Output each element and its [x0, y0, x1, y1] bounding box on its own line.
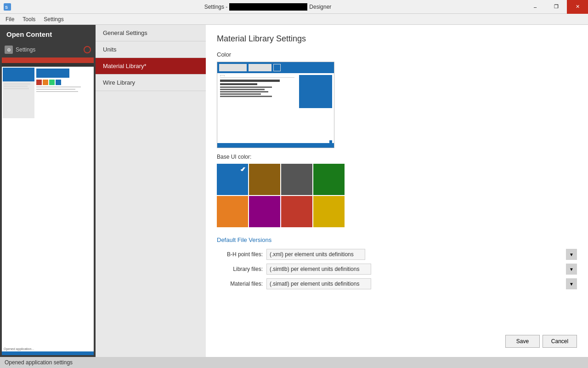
main-container: Open Content ⚙ Settings	[0, 25, 588, 357]
library-select-wrapper: (.simtlb) per element units definitions …	[266, 264, 577, 275]
svg-text:S: S	[5, 5, 8, 10]
material-select-arrow: ▼	[566, 278, 577, 289]
window-controls: – ❐ ✕	[525, 0, 588, 14]
nav-wire[interactable]: Wire Library	[96, 75, 206, 91]
preview-line1	[220, 80, 280, 82]
base-ui-color-label: Base UI color:	[217, 154, 577, 160]
title-bar-left: S	[4, 3, 11, 11]
swatch-blue[interactable]: ✓	[217, 164, 248, 195]
preview-line4	[220, 89, 265, 90]
library-label: Library files:	[217, 266, 263, 272]
preview-right-side	[297, 73, 334, 143]
bottom-buttons: Save Cancel	[505, 335, 577, 348]
thumb-dark-bar	[2, 63, 94, 67]
nav-panel: General Settings Units Material Library*…	[96, 25, 206, 357]
preview-tabs	[220, 75, 294, 78]
thumb-red-bar	[2, 58, 94, 63]
swatch-green[interactable]	[313, 164, 345, 195]
swatch-orange[interactable]	[217, 196, 248, 227]
preview-btn1	[219, 64, 247, 71]
settings-label: Settings	[16, 46, 35, 53]
menu-bar: File Tools Settings	[0, 14, 588, 25]
status-text: Opened application settings	[5, 359, 73, 366]
bh-point-select[interactable]: (.xml) per element units definitions	[266, 249, 365, 260]
app-icon: S	[4, 3, 11, 11]
thumb-left-panel	[3, 68, 34, 118]
content-area: Material Library Settings Color	[206, 25, 588, 357]
material-select-wrapper: (.simatl) per element units definitions …	[266, 278, 577, 289]
title-black-box	[229, 3, 307, 11]
material-row: Material files: (.simatl) per element un…	[217, 278, 577, 289]
nav-general[interactable]: General Settings	[96, 25, 206, 41]
bh-point-select-arrow: ▼	[566, 249, 577, 260]
menu-file[interactable]: File	[2, 15, 18, 23]
swatch-purple[interactable]	[249, 196, 280, 227]
thumbnail-area: Opened application...	[2, 58, 94, 355]
cancel-button[interactable]: Cancel	[543, 335, 577, 348]
preview-corner	[329, 140, 332, 143]
preview-line3	[220, 86, 272, 88]
menu-settings[interactable]: Settings	[40, 15, 67, 23]
swatch-red[interactable]	[281, 196, 312, 227]
minimize-button[interactable]: –	[525, 0, 546, 14]
nav-units[interactable]: Units	[96, 41, 206, 58]
preview-btn3	[273, 64, 281, 71]
thumb-right-panel	[35, 68, 93, 118]
color-section-label: Color	[217, 51, 577, 58]
material-label: Material files:	[217, 281, 263, 287]
sidebar: Open Content ⚙ Settings	[0, 25, 96, 357]
title-bar-center: Settings - Designer	[11, 3, 525, 11]
title-suffix: Designer	[309, 4, 331, 10]
thumbnail-content: Opened application...	[2, 58, 94, 355]
swatch-gray[interactable]	[281, 164, 312, 195]
preview-line5	[220, 91, 268, 92]
preview-line6	[220, 93, 261, 95]
preview-blue-block	[299, 75, 332, 108]
preview-top-bar	[217, 62, 334, 73]
preview-status-bar	[217, 143, 334, 148]
preview-lines	[220, 80, 294, 97]
thumb-img-area	[2, 67, 94, 119]
swatch-yellow[interactable]	[313, 196, 345, 227]
bh-point-label: B-H point files:	[217, 251, 263, 258]
preview-tab-active	[220, 75, 225, 76]
preview-line7	[220, 96, 272, 97]
material-select[interactable]: (.simatl) per element units definitions	[266, 278, 371, 289]
preview-body	[217, 73, 334, 143]
bh-point-select-wrapper: (.xml) per element units definitions ▼	[266, 249, 577, 260]
save-button[interactable]: Save	[505, 335, 540, 348]
status-bar: Opened application settings	[0, 357, 588, 368]
close-button[interactable]: ✕	[567, 0, 588, 14]
bh-point-row: B-H point files: (.xml) per element unit…	[217, 249, 577, 260]
title-prefix: Settings -	[204, 4, 228, 10]
page-title: Material Library Settings	[217, 34, 577, 44]
sidebar-header: Open Content	[0, 25, 96, 44]
menu-tools[interactable]: Tools	[19, 15, 39, 23]
color-preview-box	[217, 62, 334, 148]
swatches-grid: ✓	[217, 164, 577, 227]
preview-btn2	[249, 64, 271, 71]
preview-line2	[220, 83, 257, 85]
sidebar-settings-left: ⚙ Settings	[5, 46, 35, 54]
circle-icon	[84, 46, 91, 53]
library-select[interactable]: (.simtlb) per element units definitions	[266, 264, 371, 275]
title-bar: S Settings - Designer – ❐ ✕	[0, 0, 588, 14]
swatch-brown[interactable]	[249, 164, 280, 195]
sidebar-settings-row: ⚙ Settings	[0, 44, 96, 56]
restore-button[interactable]: ❐	[546, 0, 567, 14]
nav-material[interactable]: Material Library*	[96, 58, 206, 75]
library-row: Library files: (.simtlb) per element uni…	[217, 264, 577, 275]
file-versions-title: Default File Versions	[217, 236, 577, 243]
gear-icon: ⚙	[5, 46, 13, 54]
library-select-arrow: ▼	[566, 264, 577, 275]
preview-left-side	[217, 73, 297, 143]
